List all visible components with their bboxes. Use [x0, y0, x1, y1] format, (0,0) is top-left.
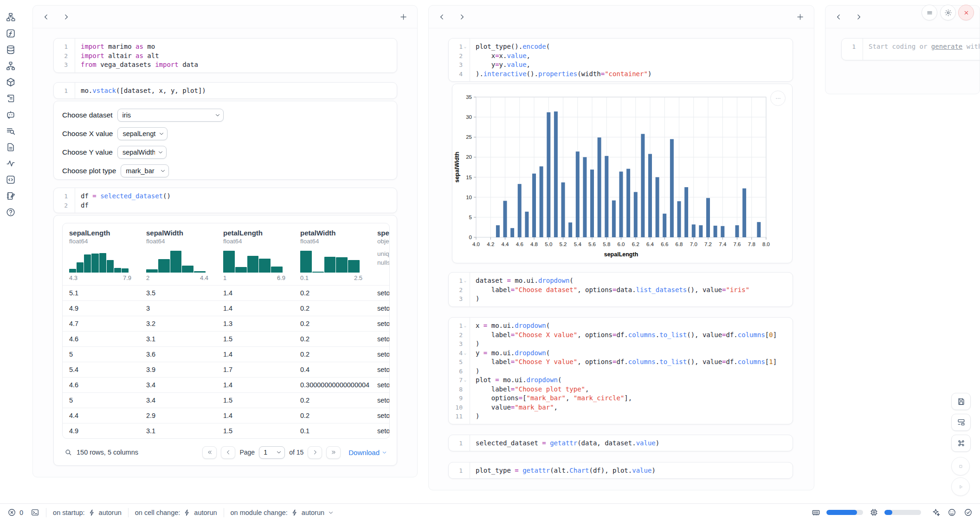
svg-text:5.4: 5.4 — [574, 241, 582, 247]
file-tree-icon[interactable] — [6, 12, 16, 22]
save-button[interactable] — [951, 393, 971, 410]
document-icon[interactable] — [6, 142, 16, 152]
histogram-bar — [146, 269, 158, 273]
next-page-button[interactable] — [308, 446, 322, 459]
notebook-edit-icon[interactable] — [6, 191, 16, 201]
generate-with-ai-link[interactable]: generate — [931, 43, 962, 50]
menu-button[interactable] — [922, 5, 937, 20]
code-cell-selected-dataset[interactable]: 1selected_dataset = getattr(data, datase… — [448, 435, 793, 451]
dataframe-table: sepalLengthfloat644.37.9sepalWidthfloat6… — [62, 223, 390, 439]
histogram-bar — [259, 259, 271, 273]
function-square-icon[interactable] — [6, 28, 16, 39]
table-cell: 4.6 — [63, 335, 140, 343]
column-histogram — [300, 249, 360, 273]
help-circle-icon[interactable] — [6, 207, 16, 217]
row-count-summary: 150 rows, 5 columns — [77, 449, 138, 456]
on-startup-label: on startup: — [53, 509, 85, 516]
ai-assistant-icon[interactable] — [948, 508, 956, 517]
first-page-button[interactable] — [202, 446, 217, 459]
svg-text:4.8: 4.8 — [530, 241, 538, 247]
empty-code-cell[interactable]: 1 Start coding or generate with AI — [841, 38, 980, 60]
column-histogram — [146, 249, 206, 273]
stop-button[interactable] — [951, 457, 970, 475]
chevron-right-icon[interactable] — [855, 13, 863, 21]
code-box-icon[interactable] — [6, 175, 16, 185]
chat-bot-icon[interactable] — [6, 110, 16, 120]
settings-button[interactable] — [940, 5, 956, 20]
code-cell-plot[interactable]: 1⌄234plot_type().encode( x=x.value, y=y.… — [448, 38, 793, 82]
table-cell: setosa — [371, 412, 390, 419]
code-cell-imports[interactable]: 123import marimo as moimport altair as a… — [53, 38, 397, 73]
histogram-bar — [271, 267, 283, 273]
on-module-change-label: on module change: — [231, 509, 288, 516]
histogram-bar — [77, 262, 84, 273]
table-cell: 3.2 — [140, 320, 217, 327]
column-header-species[interactable]: speciesobjectunique:nulls: — [371, 223, 390, 285]
add-cell-button[interactable] — [399, 13, 408, 21]
list-search-icon[interactable] — [6, 126, 16, 136]
scroll-icon[interactable] — [6, 93, 16, 104]
svg-text:sepalWidth: sepalWidth — [454, 152, 460, 183]
column-header-petalWidth[interactable]: petalWidthfloat640.12.5 — [294, 223, 371, 285]
svg-text:7.2: 7.2 — [704, 241, 712, 247]
chevron-left-icon[interactable] — [835, 13, 843, 21]
activity-icon[interactable] — [6, 158, 16, 169]
command-icon — [957, 439, 966, 448]
ram-usage — [812, 508, 863, 517]
column-header-sepalWidth[interactable]: sepalWidthfloat6424.4 — [140, 223, 217, 285]
page-select[interactable]: 1 — [259, 447, 284, 458]
stop-icon — [956, 462, 965, 471]
on-cell-change-toggle[interactable]: on cell change: autorun — [135, 509, 217, 516]
right-column-header — [825, 6, 980, 28]
choose-plot-type-select[interactable]: mark_bar — [121, 165, 168, 177]
chart-actions-button[interactable] — [770, 91, 786, 106]
histogram-bar — [114, 268, 121, 273]
code-cell-dataframe[interactable]: 12df = selected_dataset()df — [53, 188, 397, 213]
sparkles-icon[interactable] — [931, 508, 940, 517]
dropdown-label: Choose plot type — [62, 167, 116, 175]
dots-menu-icon — [774, 94, 782, 103]
choose-x-value-select[interactable]: sepalLength — [118, 128, 167, 140]
run-button[interactable] — [951, 477, 970, 496]
connection-status-icon[interactable] — [964, 508, 973, 517]
on-module-change-toggle[interactable]: on module change: autorun — [231, 509, 335, 516]
chevron-left-icon[interactable] — [42, 13, 50, 21]
download-button[interactable]: Download — [348, 449, 387, 456]
layout-button[interactable] — [951, 414, 971, 431]
chevron-right-icon[interactable] — [458, 13, 466, 21]
svg-text:10: 10 — [466, 195, 472, 200]
column-header-sepalLength[interactable]: sepalLengthfloat644.37.9 — [63, 223, 140, 285]
choose-y-value-select[interactable]: sepalWidth — [118, 146, 166, 158]
previous-page-button[interactable] — [221, 446, 235, 459]
chevron-left-icon[interactable] — [438, 13, 446, 21]
close-button[interactable] — [958, 5, 974, 20]
left-column-header — [33, 6, 417, 28]
code-cell-vstack[interactable]: 1mo.vstack([dataset, x, y, plot]) — [53, 82, 397, 99]
package-icon[interactable] — [6, 77, 16, 87]
column-header-petalLength[interactable]: petalLengthfloat6416.9 — [217, 223, 294, 285]
svg-text:0: 0 — [469, 234, 472, 240]
code-cell-plot-type[interactable]: 1plot_type = getattr(alt.Chart(df), plot… — [448, 462, 793, 479]
terminal-button[interactable] — [31, 508, 39, 517]
table-cell: 4.9 — [63, 305, 140, 312]
svg-text:5: 5 — [469, 215, 472, 220]
control-row-0: Choose datasetiris — [62, 109, 388, 122]
table-cell: 0.2 — [294, 305, 371, 312]
svg-text:7.6: 7.6 — [734, 241, 741, 247]
histogram-bar — [170, 251, 182, 273]
chevron-right-icon[interactable] — [62, 13, 70, 21]
table-cell: 1.4 — [217, 381, 294, 389]
on-startup-toggle[interactable]: on startup: autorun — [53, 509, 122, 516]
keyboard-shortcuts-button[interactable] — [951, 435, 971, 452]
choose-dataset-select[interactable]: iris — [118, 109, 223, 121]
histogram-bar — [158, 259, 170, 273]
code-cell-xy-plot-dropdowns[interactable]: 1⌄234⌄567⌄891011x = mo.ui.dropdown( labe… — [448, 317, 793, 424]
table-cell: 1.5 — [217, 427, 294, 435]
error-counter[interactable]: 0 — [7, 508, 23, 517]
search-icon[interactable] — [64, 448, 72, 456]
add-cell-button[interactable] — [796, 13, 805, 21]
last-page-button[interactable] — [326, 446, 341, 459]
code-cell-dataset-dropdown[interactable]: 1⌄23dataset = mo.ui.dropdown( label="Cho… — [448, 272, 793, 307]
dependency-graph-icon[interactable] — [6, 61, 16, 71]
database-icon[interactable] — [6, 45, 16, 55]
